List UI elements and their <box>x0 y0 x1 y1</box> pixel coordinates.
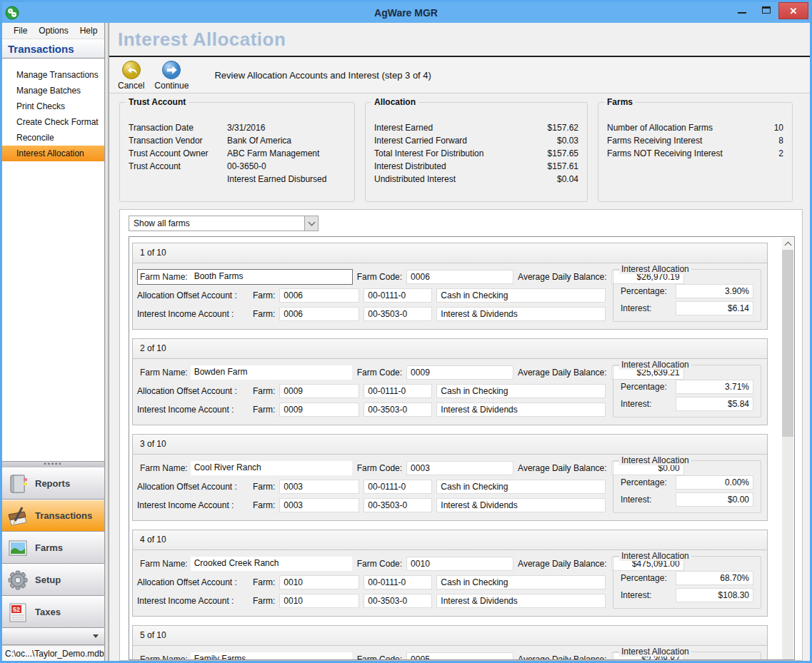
allocation-row: Interest Earned$157.62 <box>374 121 578 134</box>
income-account-label: Interest Income Account : <box>137 405 249 415</box>
trust-account-title: Trust Account <box>126 97 189 107</box>
allocation-title: Allocation <box>371 97 418 107</box>
income-account-desc[interactable]: Interest & Dividends <box>436 498 606 512</box>
farm-code-value[interactable]: 0003 <box>406 461 513 475</box>
nav-button-taxes-label: Taxes <box>35 607 61 617</box>
income-farm-value[interactable]: 0010 <box>279 594 359 608</box>
menu-file[interactable]: File <box>8 24 33 38</box>
income-account-number[interactable]: 00-3503-0 <box>364 594 432 608</box>
offset-account-label: Allocation Offset Account : <box>137 386 249 396</box>
app-logo-icon <box>5 6 19 20</box>
farm-name-value[interactable]: Cool River Ranch <box>191 461 352 475</box>
cancel-button-label: Cancel <box>118 81 144 91</box>
income-account-desc[interactable]: Interest & Dividends <box>436 403 606 417</box>
sidebar-item-print-checks[interactable]: Print Checks <box>2 98 104 114</box>
sidebar-item-manage-batches[interactable]: Manage Batches <box>2 83 104 98</box>
farm-name-field[interactable]: Farm Name: Crooked Creek Ranch <box>137 556 353 572</box>
farm-prefix-label: Farm: <box>253 500 275 510</box>
farm-code-value[interactable]: 0009 <box>406 365 513 380</box>
farms-panel: Show all farms 1 of 10 Farm Name: Booth … <box>119 209 803 661</box>
sidebar-item-manage-transactions[interactable]: Manage Transactions <box>2 67 104 83</box>
interest-value[interactable]: $6.14 <box>676 301 753 315</box>
offset-farm-value[interactable]: 0010 <box>279 575 359 589</box>
vertical-scrollbar[interactable] <box>782 238 793 659</box>
farm-code-value[interactable]: 0005 <box>406 652 513 660</box>
nav-button-transactions[interactable]: Transactions <box>2 500 104 532</box>
setup-icon <box>6 569 29 592</box>
offset-farm-value[interactable]: 0003 <box>279 480 359 494</box>
income-farm-value[interactable]: 0006 <box>279 307 359 321</box>
offset-account-desc[interactable]: Cash in Checking <box>436 480 606 494</box>
farm-prefix-label: Farm: <box>253 405 275 415</box>
menu-options[interactable]: Options <box>33 24 74 38</box>
sidebar-splitter[interactable] <box>104 23 109 661</box>
income-farm-value[interactable]: 0003 <box>279 498 359 512</box>
sidebar-item-interest-allocation[interactable]: Interest Allocation <box>2 146 104 161</box>
nav-button-farms[interactable]: Farms <box>2 532 104 564</box>
interest-allocation-title: Interest Allocation <box>619 264 691 274</box>
interest-value[interactable]: $108.30 <box>676 588 753 602</box>
continue-icon <box>161 60 181 80</box>
offset-account-number[interactable]: 00-0111-0 <box>364 575 432 589</box>
percentage-value[interactable]: 3.90% <box>676 284 753 298</box>
minimize-button[interactable] <box>730 2 754 18</box>
percentage-value[interactable]: 68.70% <box>676 571 753 585</box>
farm-name-value[interactable]: Bowden Farm <box>191 365 352 380</box>
offset-account-number[interactable]: 00-0111-0 <box>364 384 432 398</box>
continue-button[interactable]: Continue <box>154 60 189 91</box>
offset-farm-value[interactable]: 0009 <box>279 384 359 398</box>
farm-name-value[interactable]: Booth Farms <box>191 270 352 284</box>
nav-button-reports[interactable]: Reports <box>2 467 104 500</box>
dropdown-button[interactable] <box>304 216 318 231</box>
percentage-label: Percentage: <box>621 286 672 296</box>
sidebar-item-reconcile[interactable]: Reconcile <box>2 130 104 146</box>
scroll-up-button[interactable] <box>782 238 793 250</box>
content-area: Trust Account Transaction Date3/31/2016 … <box>109 93 810 661</box>
farm-name-field[interactable]: Farm Name: Cool River Ranch <box>137 460 353 476</box>
interest-value[interactable]: $0.00 <box>676 492 753 507</box>
percentage-label: Percentage: <box>621 382 672 392</box>
farm-prefix-label: Farm: <box>253 309 275 319</box>
interest-allocation-groupbox: Interest Allocation Percentage: Interest… <box>613 652 761 659</box>
maximize-button[interactable] <box>754 2 778 18</box>
farm-code-value[interactable]: 0006 <box>406 270 513 284</box>
sidebar-item-create-check-format[interactable]: Create Check Format <box>2 114 104 130</box>
nav-splitter-handle[interactable]: ••••• <box>2 461 104 467</box>
income-farm-value[interactable]: 0009 <box>279 403 359 417</box>
offset-account-number[interactable]: 00-0111-0 <box>364 288 432 303</box>
farm-card-body: Farm Name: Bowden Farm Farm Code: 0009 A… <box>133 359 767 425</box>
nav-overflow-area[interactable] <box>2 628 104 645</box>
income-account-number[interactable]: 00-3503-0 <box>364 307 432 321</box>
interest-allocation-title: Interest Allocation <box>619 551 691 561</box>
farm-filter-dropdown[interactable]: Show all farms <box>129 216 319 231</box>
percentage-value[interactable]: 3.71% <box>676 380 753 394</box>
farm-name-field[interactable]: Farm Name: Bowden Farm <box>137 365 353 380</box>
farm-name-value[interactable]: Family Farms <box>191 652 352 660</box>
offset-account-desc[interactable]: Cash in Checking <box>436 575 606 589</box>
offset-farm-value[interactable]: 0006 <box>279 288 359 303</box>
income-account-desc[interactable]: Interest & Dividends <box>436 307 606 321</box>
nav-button-taxes[interactable]: 52 Taxes <box>2 596 104 628</box>
income-account-number[interactable]: 00-3503-0 <box>364 403 432 417</box>
farm-name-label: Farm Name: <box>138 368 191 378</box>
scrollbar-thumb[interactable] <box>782 250 793 437</box>
offset-account-number[interactable]: 00-0111-0 <box>364 480 432 494</box>
farm-name-field[interactable]: Farm Name: Booth Farms <box>137 269 353 285</box>
income-account-desc[interactable]: Interest & Dividends <box>436 594 606 608</box>
income-account-number[interactable]: 00-3503-0 <box>364 498 432 512</box>
farm-name-field[interactable]: Farm Name: Family Farms <box>137 652 353 660</box>
close-button[interactable]: ✕ <box>778 2 808 19</box>
nav-button-setup[interactable]: Setup <box>2 564 104 596</box>
offset-account-desc[interactable]: Cash in Checking <box>436 288 606 303</box>
farm-code-value[interactable]: 0010 <box>406 557 513 571</box>
farm-name-value[interactable]: Crooked Creek Ranch <box>191 557 352 571</box>
interest-value[interactable]: $5.84 <box>676 397 753 411</box>
percentage-label: Percentage: <box>621 477 672 487</box>
farm-prefix-label: Farm: <box>253 386 275 396</box>
cancel-button[interactable]: Cancel <box>118 60 144 91</box>
sidebar: File Options Help Transactions Manage Tr… <box>2 23 104 661</box>
percentage-value[interactable]: 0.00% <box>676 475 753 490</box>
offset-account-desc[interactable]: Cash in Checking <box>436 384 606 398</box>
menu-help[interactable]: Help <box>74 24 104 38</box>
farm-card-body: Farm Name: Booth Farms Farm Code: 0006 A… <box>133 263 767 329</box>
